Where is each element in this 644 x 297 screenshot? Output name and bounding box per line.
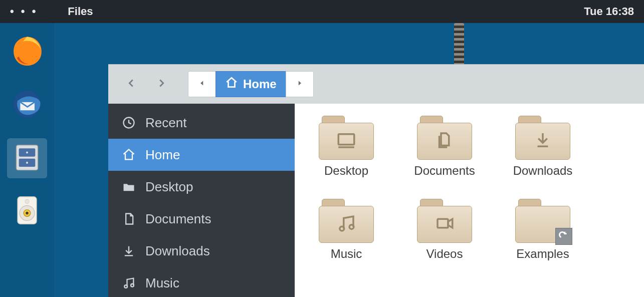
sidebar-item-recent[interactable]: Recent xyxy=(108,107,295,139)
sidebar-item-downloads[interactable]: Downloads xyxy=(108,235,295,267)
back-button[interactable] xyxy=(119,72,143,96)
folder-icon xyxy=(417,116,472,160)
files-window: Home Recent Home Desktop Documents xyxy=(108,64,644,297)
folder-label: Examples xyxy=(516,247,569,261)
dock xyxy=(0,23,54,297)
folder-icon xyxy=(319,116,374,160)
clock[interactable]: Tue 16:38 xyxy=(584,5,634,18)
download-icon xyxy=(121,243,136,258)
svg-point-17 xyxy=(124,285,127,288)
svg-point-24 xyxy=(349,225,354,229)
folder-icon xyxy=(319,199,374,243)
triangle-left-icon xyxy=(197,79,206,90)
folder-downloads[interactable]: Downloads xyxy=(506,116,579,178)
svg-point-23 xyxy=(340,226,344,231)
sidebar-item-label: Downloads xyxy=(145,243,210,259)
folder-icon xyxy=(417,199,472,243)
folder-label: Music xyxy=(331,247,362,261)
chevron-right-icon xyxy=(156,78,167,91)
folder-videos[interactable]: Videos xyxy=(408,199,481,261)
sidebar: Recent Home Desktop Documents Downloads … xyxy=(108,104,295,297)
firefox-icon xyxy=(10,34,44,70)
folder-label: Downloads xyxy=(513,164,573,178)
speaker-icon xyxy=(10,193,44,229)
svg-marker-13 xyxy=(298,81,301,86)
path-bar: Home xyxy=(188,71,314,97)
folder-label: Documents xyxy=(414,164,475,178)
folder-icon xyxy=(121,179,136,194)
folder-grid: Desktop Documents Downloads xyxy=(310,116,629,261)
dock-item-firefox[interactable] xyxy=(7,32,47,72)
app-menu-label[interactable]: Files xyxy=(68,5,93,18)
sidebar-item-label: Music xyxy=(145,275,179,291)
folder-label: Videos xyxy=(426,247,463,261)
content-area: Desktop Documents Downloads xyxy=(295,104,644,297)
video-glyph-icon xyxy=(434,213,455,236)
desktop-glyph-icon xyxy=(336,130,357,153)
home-icon xyxy=(225,76,238,92)
path-segment-label: Home xyxy=(243,77,277,91)
path-prev-button[interactable] xyxy=(188,71,216,97)
dock-item-thunderbird[interactable] xyxy=(7,85,47,125)
desktop-decoration xyxy=(454,23,464,68)
sidebar-item-home[interactable]: Home xyxy=(108,139,295,171)
svg-point-10 xyxy=(26,212,28,214)
symlink-badge-icon xyxy=(555,228,572,245)
download-glyph-icon xyxy=(532,130,553,153)
clock-icon xyxy=(121,115,136,130)
svg-marker-26 xyxy=(448,219,453,228)
folder-examples[interactable]: Examples xyxy=(506,199,579,261)
activities-button[interactable]: • • • xyxy=(10,5,38,18)
music-glyph-icon xyxy=(336,213,357,236)
forward-button[interactable] xyxy=(149,72,173,96)
document-icon xyxy=(121,211,136,226)
svg-point-18 xyxy=(131,284,134,287)
folder-desktop[interactable]: Desktop xyxy=(310,116,383,178)
path-next-button[interactable] xyxy=(286,71,314,97)
documents-glyph-icon xyxy=(434,130,455,153)
dock-item-files[interactable] xyxy=(7,138,47,178)
music-icon xyxy=(121,275,136,290)
menubar: • • • Files Tue 16:38 xyxy=(0,0,644,23)
sidebar-item-label: Documents xyxy=(145,211,211,227)
dock-item-rhythmbox[interactable] xyxy=(7,191,47,231)
svg-point-5 xyxy=(26,151,28,153)
sidebar-item-music[interactable]: Music xyxy=(108,267,295,297)
chevron-left-icon xyxy=(126,78,137,91)
thunderbird-icon xyxy=(10,87,44,123)
folder-icon xyxy=(515,199,570,243)
svg-point-11 xyxy=(25,199,29,203)
sidebar-item-desktop[interactable]: Desktop xyxy=(108,171,295,203)
svg-rect-19 xyxy=(338,134,354,145)
svg-rect-25 xyxy=(438,219,448,228)
toolbar: Home xyxy=(108,65,644,104)
folder-icon xyxy=(515,116,570,160)
folder-label: Desktop xyxy=(324,164,368,178)
path-segment-home[interactable]: Home xyxy=(216,71,286,97)
sidebar-item-documents[interactable]: Documents xyxy=(108,203,295,235)
sidebar-item-label: Home xyxy=(145,147,180,163)
svg-point-6 xyxy=(26,162,28,164)
folder-documents[interactable]: Documents xyxy=(408,116,481,178)
home-icon xyxy=(121,147,136,162)
svg-marker-12 xyxy=(200,81,203,86)
folder-music[interactable]: Music xyxy=(310,199,383,261)
files-icon xyxy=(10,140,44,176)
sidebar-item-label: Desktop xyxy=(145,179,193,195)
triangle-right-icon xyxy=(295,79,304,90)
sidebar-item-label: Recent xyxy=(145,115,186,131)
